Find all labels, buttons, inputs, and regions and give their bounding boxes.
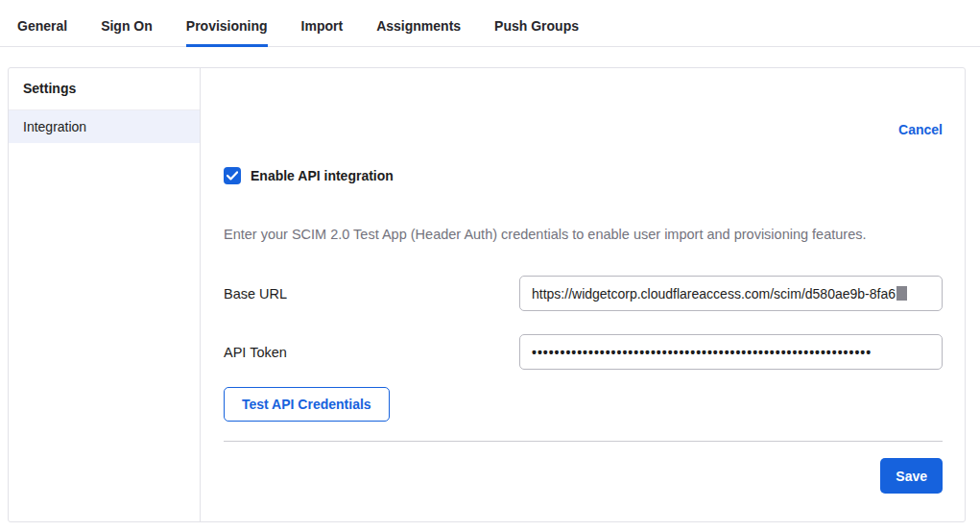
api-token-input[interactable]: ••••••••••••••••••••••••••••••••••••••••… <box>519 334 943 370</box>
tab-general[interactable]: General <box>17 0 67 47</box>
test-api-credentials-button[interactable]: Test API Credentials <box>224 387 390 422</box>
settings-sidebar: Settings Integration <box>9 68 201 521</box>
enable-api-checkbox[interactable] <box>224 167 241 184</box>
input-text-selection <box>896 286 907 301</box>
check-icon <box>227 171 238 181</box>
test-credentials-row: Test API Credentials <box>224 387 943 422</box>
base-url-label: Base URL <box>224 286 519 302</box>
credentials-description: Enter your SCIM 2.0 Test App (Header Aut… <box>224 227 943 243</box>
tab-import[interactable]: Import <box>301 0 344 47</box>
tab-assignments[interactable]: Assignments <box>376 0 461 47</box>
base-url-input[interactable]: https://widgetcorp.cloudflareaccess.com/… <box>519 276 943 311</box>
api-token-label: API Token <box>224 345 519 360</box>
api-token-field-row: API Token ••••••••••••••••••••••••••••••… <box>224 334 943 370</box>
base-url-field-row: Base URL https://widgetcorp.cloudflareac… <box>224 276 943 311</box>
cancel-row: Cancel <box>224 122 943 137</box>
provisioning-panel: Settings Integration Cancel Enable API i… <box>8 67 966 522</box>
cancel-link[interactable]: Cancel <box>898 122 943 137</box>
save-row: Save <box>224 458 943 494</box>
sidebar-item-integration[interactable]: Integration <box>9 110 200 143</box>
integration-content: Cancel Enable API integration Enter your… <box>201 68 965 521</box>
tab-sign-on[interactable]: Sign On <box>101 0 153 47</box>
sidebar-header: Settings <box>9 68 200 110</box>
enable-api-row: Enable API integration <box>224 167 943 184</box>
enable-api-label: Enable API integration <box>251 168 394 183</box>
section-divider <box>224 441 943 442</box>
base-url-value: https://widgetcorp.cloudflareaccess.com/… <box>532 286 896 302</box>
tab-push-groups[interactable]: Push Groups <box>494 0 579 47</box>
tab-provisioning[interactable]: Provisioning <box>186 0 268 47</box>
api-token-masked-value: ••••••••••••••••••••••••••••••••••••••••… <box>532 345 872 360</box>
app-tab-bar: General Sign On Provisioning Import Assi… <box>0 0 980 47</box>
save-button[interactable]: Save <box>880 458 943 494</box>
